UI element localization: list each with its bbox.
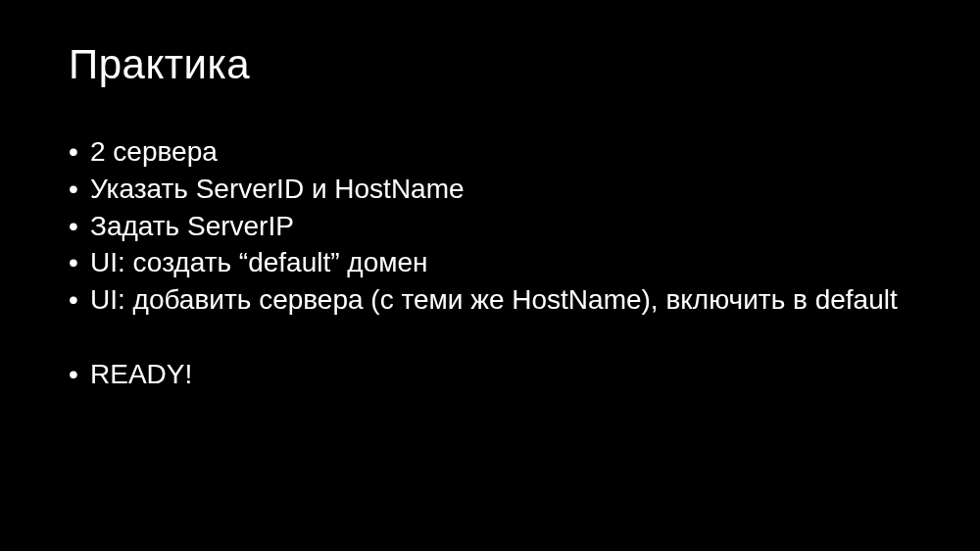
bullet-item: Задать ServerIP <box>69 208 911 245</box>
bullet-list-final: READY! <box>69 356 911 393</box>
slide-container: Практика 2 сервера Указать ServerID и Ho… <box>0 0 980 434</box>
bullet-item: READY! <box>69 356 911 393</box>
bullet-item: UI: создать “default” домен <box>69 244 911 281</box>
bullet-item: 2 сервера <box>69 133 911 171</box>
bullet-item: UI: добавить сервера (с теми же HostName… <box>69 281 911 319</box>
bullet-item: Указать ServerID и HostName <box>69 171 911 208</box>
bullet-list: 2 сервера Указать ServerID и HostName За… <box>69 133 911 319</box>
slide-title: Практика <box>69 41 911 88</box>
blank-line <box>69 319 911 356</box>
